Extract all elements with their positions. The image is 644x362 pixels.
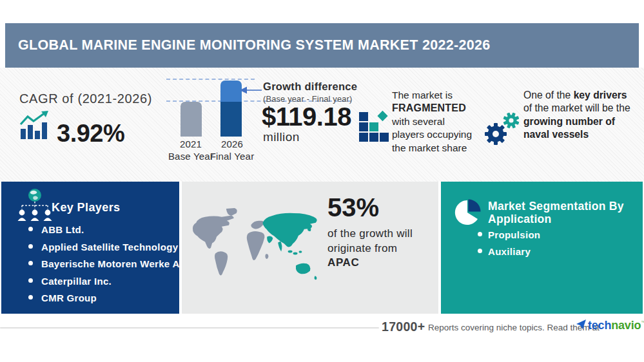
growth-difference-amount: $119.18 bbox=[262, 102, 351, 131]
drivers-line: of the market will be the bbox=[523, 102, 630, 115]
segmentation-list: Propulsion Auxiliary bbox=[478, 229, 540, 263]
fragmented-squares-icon bbox=[359, 110, 393, 146]
growth-bars-icon bbox=[19, 111, 53, 143]
dashed-gridline-top bbox=[166, 79, 255, 80]
technavio-logo[interactable]: tech navio ™ bbox=[576, 319, 644, 332]
footer-divider bbox=[0, 327, 379, 329]
growth-difference-title: Growth difference bbox=[263, 81, 357, 93]
page-title: GLOBAL MARINE ENGINE MONITORING SYSTEM M… bbox=[5, 37, 491, 53]
key-players-list: ABB Ltd. Applied Satellite Technology Lt… bbox=[27, 224, 205, 310]
growth-difference-unit: million bbox=[263, 130, 300, 144]
drivers-text-normal: One of the bbox=[523, 90, 574, 100]
segmentation-item: Propulsion bbox=[478, 229, 540, 240]
cagr-label: CAGR of (2021-2026) bbox=[19, 91, 152, 106]
key-players-panel: Key Players ABB Ltd. Applied Satellite T… bbox=[1, 182, 179, 314]
report-count: 17000+ bbox=[382, 319, 425, 334]
bar-year: 2026 bbox=[208, 138, 257, 150]
pie-chart-icon bbox=[453, 198, 482, 229]
key-players-title: Key Players bbox=[52, 201, 120, 214]
key-player-item: Caterpillar Inc. bbox=[27, 276, 205, 287]
region-stat-value: 53% bbox=[327, 193, 379, 222]
drivers-line-bold: growing number of bbox=[523, 115, 630, 128]
fragmented-line: The market is bbox=[392, 89, 472, 102]
header-bar: GLOBAL MARINE ENGINE MONITORING SYSTEM M… bbox=[5, 23, 639, 68]
cagr-value: 3.92% bbox=[57, 120, 124, 148]
region-panel: 53% of the growth will originate from AP… bbox=[182, 182, 438, 314]
network-globe-icon bbox=[17, 188, 53, 225]
bar-2026-growth-segment bbox=[220, 81, 242, 102]
drivers-line-bold: naval vessels bbox=[523, 128, 630, 141]
segmentation-title: Market Segmentation By Application bbox=[488, 200, 624, 225]
key-player-item: Applied Satellite Technology Ltd... bbox=[27, 242, 205, 252]
logo-text-navio: navio bbox=[611, 319, 641, 332]
bar-sublabel: Final Year bbox=[208, 150, 257, 162]
technavio-logo-icon bbox=[576, 319, 587, 332]
region-highlight: APAC bbox=[327, 256, 413, 271]
bar-2021 bbox=[181, 102, 202, 137]
drivers-line: One of the key drivers bbox=[523, 89, 630, 102]
key-player-item: ABB Ltd. bbox=[27, 224, 205, 235]
bar-2026-base-segment bbox=[220, 102, 242, 137]
fragmented-line: players occupying bbox=[392, 128, 472, 141]
callout-arrow-icon bbox=[240, 86, 262, 97]
segmentation-title-line: Market Segmentation By bbox=[488, 200, 624, 213]
fragmented-line: the market share bbox=[392, 142, 472, 155]
bar-label-2026: 2026 Final Year bbox=[208, 138, 257, 162]
region-stat-text: of the growth will originate from APAC bbox=[327, 227, 413, 271]
logo-trademark: ™ bbox=[641, 320, 644, 325]
world-map bbox=[188, 206, 326, 289]
logo-text-tech: tech bbox=[588, 319, 611, 332]
fragmented-line: with several bbox=[392, 115, 472, 128]
segmentation-title-line: Application bbox=[488, 213, 624, 225]
infographic-page: GLOBAL MARINE ENGINE MONITORING SYSTEM M… bbox=[0, 0, 644, 362]
key-drivers-text: One of the key drivers of the market wil… bbox=[523, 89, 630, 142]
fragmented-text: The market is FRAGMENTED with several pl… bbox=[392, 89, 472, 155]
segmentation-panel: Market Segmentation By Application Propu… bbox=[441, 182, 643, 314]
region-line: originate from bbox=[327, 242, 413, 256]
gears-icon bbox=[485, 111, 521, 149]
segmentation-item: Auxiliary bbox=[478, 246, 540, 257]
fragmented-keyword: FRAGMENTED bbox=[392, 102, 472, 115]
key-player-item: CMR Group bbox=[27, 292, 205, 303]
bar-2026 bbox=[220, 81, 242, 137]
key-player-item: Bayerische Motoren Werke AG bbox=[27, 258, 205, 269]
region-line: of the growth will bbox=[327, 227, 413, 242]
footer-note: Reports covering niche topics. Read them… bbox=[428, 323, 600, 332]
drivers-text-bold: key drivers bbox=[574, 90, 627, 100]
